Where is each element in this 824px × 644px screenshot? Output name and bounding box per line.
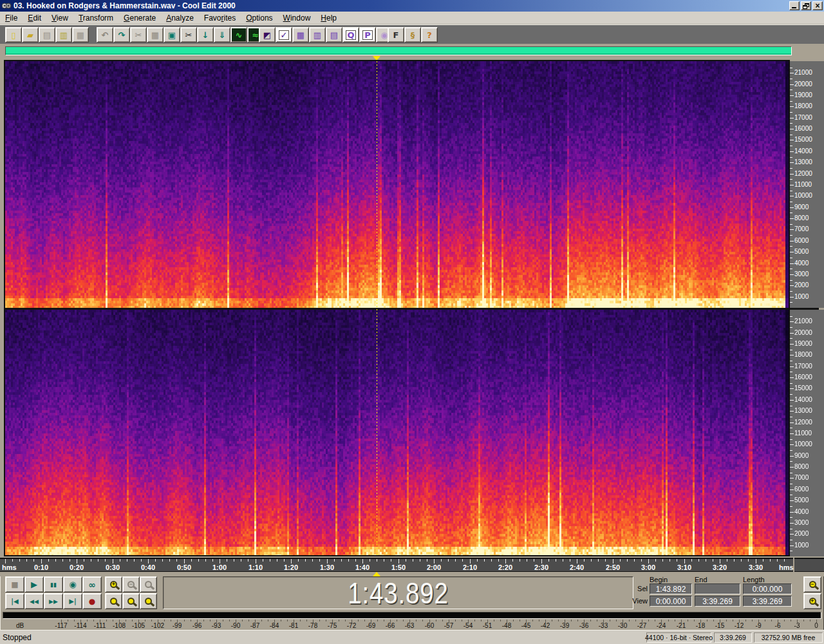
toolbar-button-multitrack-medium[interactable]: ▥	[309, 27, 326, 43]
zoom-right-edge-button[interactable]	[140, 593, 157, 609]
view-length-field[interactable]: 3:39.269	[743, 596, 792, 607]
freq-label: 17000	[794, 363, 812, 370]
spectrogram-right-channel[interactable]	[5, 310, 789, 556]
freq-label: 3000	[794, 520, 809, 526]
time-ruler[interactable]: 0:100:200:300:400:501:001:101:201:301:40…	[0, 558, 793, 572]
save-copy-icon: ▦	[77, 31, 84, 39]
time-label: 1:40	[355, 564, 370, 571]
toolbar-button-new-file[interactable]: ▯	[5, 27, 22, 43]
play-to-end-button[interactable]: ◉	[63, 576, 82, 592]
menu-item-favorites[interactable]: Favorites	[199, 12, 241, 24]
toolbar-button-play-list[interactable]: P	[359, 27, 376, 43]
toolbar-button-frame-grid[interactable]: ▦	[147, 27, 164, 43]
stop-icon: ■	[11, 580, 18, 589]
play-list-icon: P	[362, 30, 373, 40]
time-label: 1:20	[284, 564, 298, 571]
zoom-full-button[interactable]	[140, 576, 157, 592]
menu-item-edit[interactable]: Edit	[23, 12, 46, 24]
frequency-ruler-left-channel[interactable]: 2100020000190001800017000160001500014000…	[789, 61, 824, 308]
zoom-in-horizontal-button[interactable]: +	[105, 576, 122, 592]
time-label: 2:40	[570, 564, 584, 571]
db-label: -6	[775, 622, 781, 629]
spectrogram-left-channel[interactable]	[5, 61, 789, 308]
time-label: 2:30	[534, 564, 548, 571]
db-label: -111	[94, 622, 106, 629]
toolbar-button-cue-list[interactable]: Q	[342, 27, 359, 43]
toolbar-button-open-file[interactable]: ▰	[22, 27, 39, 43]
window-controls: ×	[789, 1, 824, 10]
toolbar-button-spectral-view-toggle[interactable]: ◩	[259, 27, 276, 43]
app-icon[interactable]	[1, 1, 12, 10]
zoom-to-selection-button[interactable]	[105, 593, 122, 609]
overview-navigation-bar[interactable]	[5, 46, 792, 55]
menu-item-analyze[interactable]: Analyze	[161, 12, 199, 24]
frame-grid-icon: ▦	[151, 31, 159, 39]
toolbar-button-redo[interactable]: ↷	[113, 27, 130, 43]
title-bar: 03. Hooked on Rodgers & Hammerstain.wav …	[0, 0, 824, 12]
stop-button[interactable]: ■	[5, 576, 24, 592]
menu-item-file[interactable]: File	[0, 12, 23, 24]
go-to-end-button[interactable]: ▶|	[63, 593, 82, 609]
rewind-button[interactable]: ◀◀	[24, 593, 44, 609]
playhead-marker-top[interactable]	[373, 56, 380, 61]
zoom-out-horizontal-icon: −	[127, 581, 135, 588]
zoom-out-horizontal-button[interactable]: −	[122, 576, 140, 592]
toolbar-button-multitrack-small[interactable]: ▦	[292, 27, 309, 43]
close-button[interactable]: ×	[812, 1, 823, 10]
menu-item-generate[interactable]: Generate	[118, 12, 161, 24]
db-label: -108	[113, 622, 126, 629]
toolbar-button-cut[interactable]: ✂	[180, 27, 197, 43]
cool-edit-window: 03. Hooked on Rodgers & Hammerstain.wav …	[0, 0, 824, 644]
toolbar-button-save-copy[interactable]: ▦	[72, 27, 89, 43]
toolbar-button-paste-to-new[interactable]: ⇓	[214, 27, 230, 43]
view-begin-field[interactable]: 0:00.000	[650, 596, 692, 607]
toolbar-button-trim[interactable]: ✂	[130, 27, 147, 43]
sel-length-field[interactable]: 0:00.000	[743, 583, 792, 594]
toolbar-button-multitrack-large[interactable]: ▤	[326, 27, 342, 43]
work-area: 2100020000190001800017000160001500014000…	[0, 44, 824, 576]
toolbar-button-undo[interactable]: ↶	[97, 27, 113, 43]
pause-button[interactable]: ▮▮	[44, 576, 63, 592]
freq-label: 16000	[794, 374, 812, 381]
time-display[interactable]: 1:43.892	[163, 576, 633, 609]
menu-item-options[interactable]: Options	[241, 12, 277, 24]
view-end-field[interactable]: 3:39.269	[695, 596, 740, 607]
sel-end-field[interactable]	[695, 583, 740, 594]
fast-forward-button[interactable]: ▶▶	[44, 593, 63, 609]
zoom-out-vertical-button[interactable]: −	[803, 576, 821, 592]
toolbar-button-fft-filter[interactable]: F	[388, 27, 404, 43]
toolbar-button-scripts[interactable]: §	[404, 27, 421, 43]
window-title: 03. Hooked on Rodgers & Hammerstain.wav …	[14, 1, 236, 10]
channel-separator[interactable]	[5, 308, 819, 310]
freq-label: 12000	[794, 419, 812, 426]
menu-item-help[interactable]: Help	[315, 12, 342, 24]
zoom-left-edge-button[interactable]	[122, 593, 140, 609]
play-looped-button[interactable]: ∞	[82, 576, 102, 592]
freq-label: 11000	[794, 182, 812, 188]
time-label: 1:30	[320, 564, 334, 571]
zoom-in-vertical-button[interactable]: +	[803, 593, 821, 609]
freq-label: 7000	[794, 226, 809, 232]
toolbar-button-mix-paste[interactable]: ∿	[230, 27, 247, 43]
toolbar-button-save-file[interactable]: ▤	[39, 27, 55, 43]
menu-item-view[interactable]: View	[46, 12, 73, 24]
freq-label: 19000	[794, 341, 812, 347]
level-meter[interactable]	[3, 612, 821, 619]
freq-label: 2000	[794, 531, 809, 537]
menu-item-window[interactable]: Window	[278, 12, 316, 24]
toolbar-button-paste[interactable]: ↓	[197, 27, 214, 43]
go-to-beginning-button[interactable]: |◀	[5, 593, 24, 609]
freq-label: 18000	[794, 103, 812, 109]
restore-button[interactable]	[801, 1, 811, 10]
play-button[interactable]: ▶	[24, 576, 44, 592]
menu-item-transform[interactable]: Transform	[73, 12, 118, 24]
toolbar-button-verify-check[interactable]: ✓	[276, 27, 292, 43]
toolbar-button-copy[interactable]: ▣	[164, 27, 180, 43]
record-button[interactable]: ●	[82, 593, 102, 609]
db-ruler[interactable]: dB-117-114-111-108-105-102-99-96-93-90-8…	[0, 620, 824, 630]
frequency-ruler-right-channel[interactable]: 2100020000190001800017000160001500014000…	[789, 310, 824, 556]
toolbar-button-save-as[interactable]: ▥	[55, 27, 72, 43]
minimize-button[interactable]	[789, 1, 800, 10]
toolbar-button-help[interactable]: ?	[421, 27, 438, 43]
sel-begin-field[interactable]: 1:43.892	[650, 583, 692, 594]
